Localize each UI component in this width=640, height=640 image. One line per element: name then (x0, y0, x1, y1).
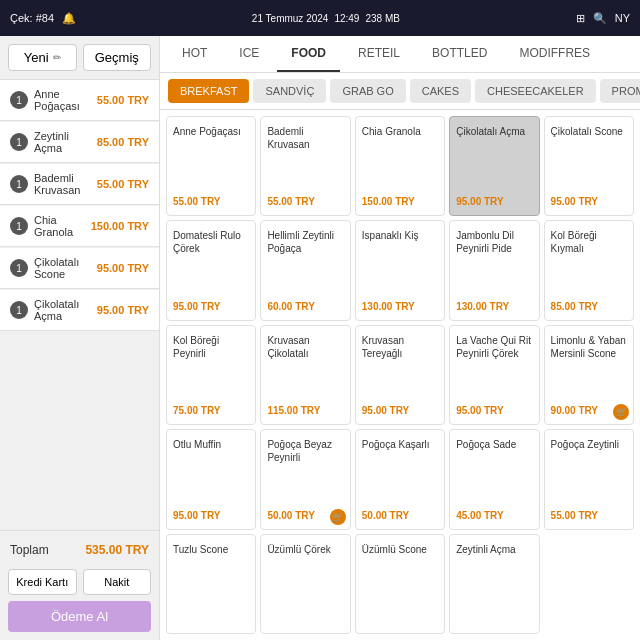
product-price: 55.00 TRY (267, 196, 343, 207)
product-price: 95.00 TRY (456, 405, 532, 416)
product-price: 45.00 TRY (456, 510, 532, 521)
product-name: Anne Poğaçası (173, 125, 249, 138)
nakit-button[interactable]: Nakit (83, 569, 152, 595)
kredi-kart-button[interactable]: Kredi Kartı (8, 569, 77, 595)
grid-icon[interactable]: ⊞ (576, 12, 585, 25)
search-icon[interactable]: 🔍 (593, 12, 607, 25)
product-name: Poğoça Kaşarlı (362, 438, 438, 451)
product-card[interactable]: Ispanaklı Kiş 130.00 TRY (355, 220, 445, 320)
product-card[interactable]: Domatesli Rulo Çörek 95.00 TRY (166, 220, 256, 320)
sub-tab-grab_go[interactable]: GRAB GO (330, 79, 405, 103)
memory-label: 238 MB (365, 13, 399, 24)
product-name: Poğoça Zeytinli (551, 438, 627, 451)
sidebar-item[interactable]: 1 Chia Granola 150.00 TRY (0, 206, 159, 247)
gecmis-label: Geçmiş (95, 50, 139, 65)
sub-tab-cakes[interactable]: CAKES (410, 79, 471, 103)
product-price: 50.00 TRY (362, 510, 438, 521)
sidebar-item[interactable]: 1 Zeytinli Açma 85.00 TRY (0, 122, 159, 163)
product-card[interactable]: Kruvasan Çikolatalı 115.00 TRY (260, 325, 350, 425)
product-name: Kruvasan Tereyağlı (362, 334, 438, 360)
product-name: Üzümlü Çörek (267, 543, 343, 556)
sidebar-header: Yeni ✏ Geçmiş (0, 36, 159, 80)
sidebar-item[interactable]: 1 Çikolatalı Scone 95.00 TRY (0, 248, 159, 289)
product-card[interactable]: Üzümlü Çörek (260, 534, 350, 634)
product-card[interactable]: Poğoça Zeytinli 55.00 TRY (544, 429, 634, 529)
item-num: 1 (10, 217, 28, 235)
yeni-button[interactable]: Yeni ✏ (8, 44, 77, 71)
gecmis-button[interactable]: Geçmiş (83, 44, 152, 71)
cart-badge: 🛒 (613, 404, 629, 420)
kredi-kart-label: Kredi Kartı (16, 576, 68, 588)
sub-tab-brekfast[interactable]: BREKFAST (168, 79, 249, 103)
product-card[interactable]: Otlu Muffin 95.00 TRY (166, 429, 256, 529)
product-card[interactable]: La Vache Qui Rit Peynirli Çörek 95.00 TR… (449, 325, 539, 425)
product-card[interactable]: Jambonlu Dil Peynirli Pide 130.00 TRY (449, 220, 539, 320)
item-num: 1 (10, 259, 28, 277)
product-card[interactable]: Çikolatalı Scone 95.00 TRY (544, 116, 634, 216)
sidebar-item[interactable]: 1 Çikolatalı Açma 95.00 TRY (0, 290, 159, 331)
product-card[interactable]: Bademli Kruvasan 55.00 TRY (260, 116, 350, 216)
sub-tab-sandvic[interactable]: SANDVİÇ (253, 79, 326, 103)
item-name: Chia Granola (34, 214, 91, 238)
product-price: 55.00 TRY (551, 510, 627, 521)
yeni-label: Yeni (24, 50, 49, 65)
nakit-label: Nakit (104, 576, 129, 588)
product-price: 95.00 TRY (362, 405, 438, 416)
odeme-al-button[interactable]: Ödeme Al (8, 601, 151, 632)
product-card[interactable]: Poğoça Beyaz Peynirli 50.00 TRY 🛒 (260, 429, 350, 529)
product-name: Bademli Kruvasan (267, 125, 343, 151)
product-card[interactable]: Limonlu & Yaban Mersinli Scone 90.00 TRY… (544, 325, 634, 425)
product-price: 60.00 TRY (267, 301, 343, 312)
item-name: Çikolatalı Açma (34, 298, 97, 322)
item-price: 55.00 TRY (97, 178, 149, 190)
product-card[interactable]: Kol Böreği Peynirli 75.00 TRY (166, 325, 256, 425)
product-name: Chia Granola (362, 125, 438, 138)
sidebar-item[interactable]: 1 Bademli Kruvasan 55.00 TRY (0, 164, 159, 205)
item-price: 150.00 TRY (91, 220, 149, 232)
payment-buttons: Kredi Kartı Nakit (8, 569, 151, 595)
product-card[interactable]: Chia Granola 150.00 TRY (355, 116, 445, 216)
product-name: Jambonlu Dil Peynirli Pide (456, 229, 532, 255)
category-tab-food[interactable]: FOOD (277, 36, 340, 72)
sidebar-item[interactable]: 1 Anne Poğaçası 55.00 TRY (0, 80, 159, 121)
category-tab-hot[interactable]: HOT (168, 36, 221, 72)
category-tab-reteil[interactable]: RETEIL (344, 36, 414, 72)
top-bar-left: Çek: #84 🔔 (10, 12, 76, 25)
category-tab-bottled[interactable]: BOTTLED (418, 36, 501, 72)
product-card[interactable]: Anne Poğaçası 55.00 TRY (166, 116, 256, 216)
cart-badge: 🛒 (330, 509, 346, 525)
item-num: 1 (10, 91, 28, 109)
item-name: Çikolatalı Scone (34, 256, 97, 280)
item-num: 1 (10, 301, 28, 319)
product-price: 95.00 TRY (551, 196, 627, 207)
product-price: 95.00 TRY (456, 196, 532, 207)
product-card[interactable]: Tuzlu Scone (166, 534, 256, 634)
sub-tab-promosyon[interactable]: PROMOSYON (600, 79, 640, 103)
product-name: Üzümlü Scone (362, 543, 438, 556)
sub-tabs: BREKFASTSANDVİÇGRAB GOCAKESCHESEECAKELER… (160, 73, 640, 110)
product-price: 130.00 TRY (362, 301, 438, 312)
category-tab-modiffres[interactable]: MODIFFRES (505, 36, 604, 72)
product-name: Domatesli Rulo Çörek (173, 229, 249, 255)
product-card[interactable]: Üzümlü Scone (355, 534, 445, 634)
product-card[interactable]: Zeytinli Açma (449, 534, 539, 634)
main-layout: Yeni ✏ Geçmiş 1 Anne Poğaçası 55.00 TRY … (0, 36, 640, 640)
product-name: Çikolatalı Açma (456, 125, 532, 138)
product-card[interactable]: Çikolatalı Açma 95.00 TRY (449, 116, 539, 216)
toplam-value: 535.00 TRY (85, 543, 149, 557)
product-card[interactable]: Poğoça Sade 45.00 TRY (449, 429, 539, 529)
product-card[interactable]: Poğoça Kaşarlı 50.00 TRY (355, 429, 445, 529)
product-card[interactable]: Kol Böreği Kıymalı 85.00 TRY (544, 220, 634, 320)
category-tab-ice[interactable]: ICE (225, 36, 273, 72)
bell-icon[interactable]: 🔔 (62, 12, 76, 25)
product-card[interactable]: Hellimli Zeytinli Poğaça 60.00 TRY (260, 220, 350, 320)
user-label: NY (615, 12, 630, 24)
item-price: 95.00 TRY (97, 262, 149, 274)
item-num: 1 (10, 175, 28, 193)
product-name: Ispanaklı Kiş (362, 229, 438, 242)
sub-tab-cheseecakeler[interactable]: CHESEECAKELER (475, 79, 596, 103)
product-card[interactable]: Kruvasan Tereyağlı 95.00 TRY (355, 325, 445, 425)
top-bar-right: ⊞ 🔍 NY (576, 12, 630, 25)
product-price: 75.00 TRY (173, 405, 249, 416)
product-name: Tuzlu Scone (173, 543, 249, 556)
